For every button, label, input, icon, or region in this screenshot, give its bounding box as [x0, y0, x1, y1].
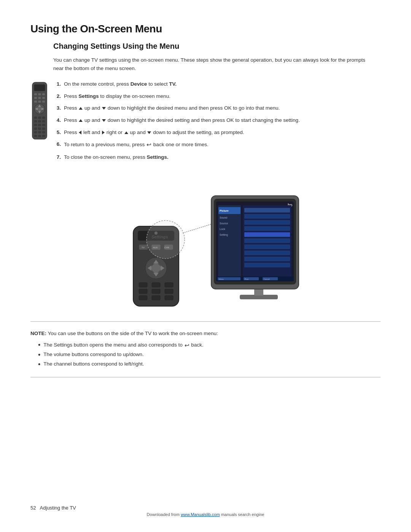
svg-rect-28 [42, 128, 45, 130]
svg-rect-77 [244, 214, 290, 219]
svg-rect-10 [42, 101, 45, 103]
svg-rect-47 [139, 283, 147, 287]
svg-rect-1 [34, 85, 45, 91]
svg-text:Menu: Menu [219, 278, 224, 280]
svg-text:Cancel: Cancel [264, 278, 270, 280]
step-num-7: 7. [53, 153, 61, 161]
footer-page-num: 52 Adjusting the TV [30, 505, 76, 511]
svg-rect-5 [34, 97, 37, 99]
step-num-6: 6. [53, 140, 61, 149]
step-4: 4. Press up and down to highlight the de… [53, 116, 381, 125]
section-title: Changing Settings Using the Menu [30, 42, 381, 51]
arrow-left-icon [79, 131, 81, 134]
svg-rect-8 [34, 101, 37, 103]
arrow-down-icon-3 [147, 131, 151, 134]
svg-rect-86 [244, 232, 290, 237]
svg-rect-18 [38, 117, 41, 119]
ordered-steps: 1. On the remote control, press Device t… [53, 80, 381, 161]
bullet-3: • The channel buttons correspond to left… [38, 360, 381, 369]
svg-rect-30 [38, 131, 41, 134]
svg-rect-34 [42, 135, 45, 137]
step-num-5: 5. [53, 128, 61, 137]
svg-rect-53 [139, 296, 147, 300]
svg-rect-55 [165, 296, 173, 300]
svg-rect-78 [244, 220, 290, 225]
svg-text:Source: Source [220, 222, 228, 225]
arrow-down-icon-2 [102, 119, 106, 122]
step-num-1: 1. [53, 80, 61, 88]
svg-text:Sound: Sound [220, 216, 227, 219]
svg-rect-85 [244, 263, 290, 267]
step-text-1: On the remote control, press Device to s… [64, 80, 381, 88]
svg-rect-9 [38, 101, 41, 103]
svg-rect-82 [244, 244, 290, 249]
svg-text:CVR: CVR [164, 246, 169, 249]
svg-rect-29 [34, 131, 37, 134]
svg-point-46 [151, 264, 161, 273]
svg-rect-79 [244, 226, 290, 231]
steps-list: 1. On the remote control, press Device t… [53, 80, 381, 165]
bullet-dot-2: • [38, 350, 40, 360]
arrow-right-icon [102, 131, 105, 134]
bullet-text-2: The volume buttons correspond to up/down… [43, 350, 143, 360]
svg-point-56 [147, 220, 185, 259]
step-5: 5. Press left and right or up and down t… [53, 128, 381, 137]
step-num-4: 4. [53, 116, 61, 125]
bullet-2: • The volume buttons correspond to up/do… [38, 350, 381, 360]
bullet-1: • The Settings button opens the menu and… [38, 340, 381, 350]
svg-rect-23 [34, 124, 37, 126]
divider-top [30, 321, 381, 322]
svg-rect-22 [42, 120, 45, 123]
svg-rect-20 [34, 120, 37, 123]
download-link[interactable]: www.Manualslib.com [181, 512, 220, 517]
arrow-up-icon [79, 107, 83, 110]
svg-text:Settings: Settings [151, 235, 168, 239]
note-content: You can use the buttons on the side of t… [48, 331, 218, 336]
svg-rect-32 [34, 135, 37, 137]
step-3: 3. Press up and down to highlight the de… [53, 104, 381, 112]
download-text: Downloaded from [147, 512, 181, 517]
svg-rect-27 [38, 128, 41, 130]
note-label: NOTE: [30, 331, 46, 336]
step-6: 6. To return to a previous menu, press ↩… [53, 140, 381, 149]
svg-rect-76 [244, 208, 290, 212]
divider-bottom [30, 377, 381, 377]
back-arrow-icon-note: ↩ [185, 340, 190, 350]
svg-text:TV: TV [142, 246, 145, 249]
step-text-4: Press up and down to highlight the desir… [64, 116, 381, 125]
note-bullets: • The Settings button opens the menu and… [38, 340, 381, 369]
step-text-5: Press left and right or up and down to a… [64, 128, 381, 137]
step-text-3: Press up and down to highlight the desir… [64, 104, 381, 112]
remote-control-icon [30, 81, 49, 140]
svg-rect-31 [42, 131, 45, 134]
svg-rect-84 [244, 257, 290, 261]
svg-rect-49 [165, 283, 173, 287]
svg-rect-24 [38, 124, 41, 126]
svg-text:Setting: Setting [220, 233, 228, 236]
svg-rect-21 [38, 120, 41, 123]
svg-text:AUX: AUX [153, 246, 158, 249]
svg-rect-48 [152, 283, 160, 287]
footer-download: Downloaded from www.Manualslib.com manua… [30, 512, 381, 517]
svg-rect-81 [244, 238, 290, 243]
back-arrow-icon: ↩ [147, 140, 151, 149]
step-1: 1. On the remote control, press Device t… [53, 80, 381, 88]
step-2: 2. Press Settings to display the on-scre… [53, 92, 381, 101]
svg-rect-3 [38, 93, 41, 96]
svg-rect-6 [38, 97, 41, 99]
svg-rect-33 [38, 135, 41, 137]
svg-rect-19 [42, 117, 45, 119]
intro-text: You can change TV settings using the on-… [30, 56, 381, 72]
footer-area: 52 Adjusting the TV Downloaded from www.… [30, 505, 381, 517]
step-text-7: To close the on-screen menu, press Setti… [64, 153, 381, 161]
svg-point-16 [38, 107, 41, 111]
svg-rect-83 [244, 251, 290, 255]
bullet-text-1: The Settings button opens the menu and a… [43, 340, 203, 350]
svg-rect-50 [139, 289, 147, 294]
svg-rect-26 [34, 128, 37, 130]
step-text-2: Press Settings to display the on-screen … [64, 92, 381, 101]
svg-rect-4 [42, 93, 45, 96]
svg-rect-54 [152, 296, 160, 300]
download-suffix: manuals search engine [220, 512, 264, 517]
bullet-dot-1: • [38, 340, 40, 350]
